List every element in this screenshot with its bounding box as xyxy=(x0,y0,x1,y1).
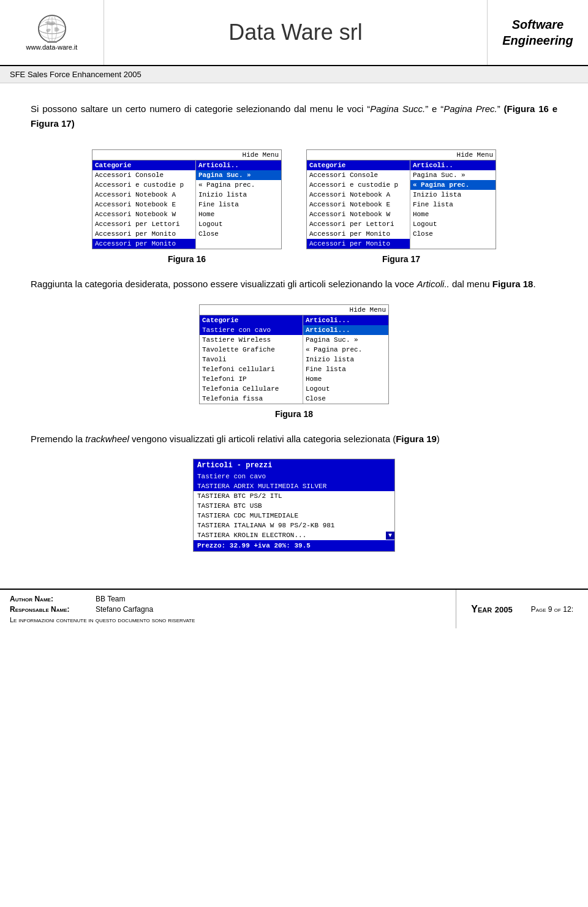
figure-16-block: Hide Menu Categorie Accessori Console Ac… xyxy=(92,149,282,264)
fig18-left-item-3: Tavolette Grafiche xyxy=(200,345,303,355)
fig17-right-item-5: Home xyxy=(410,209,496,219)
fig18-left: Categorie Tastiere con cavo Tastiere Wir… xyxy=(200,315,303,404)
intro-paragraph: Si possono saltare un certo numero di ca… xyxy=(31,102,557,131)
fig16-right-header: Articoli.. xyxy=(196,160,281,170)
fig17-right-item-7: Close xyxy=(410,229,496,239)
fig18-left-header: Categorie xyxy=(200,315,303,325)
footer-responsible-label: Responsable Name: xyxy=(10,605,96,614)
footer-left: Author Name: BB Team Responsable Name: S… xyxy=(0,590,456,628)
fig17-left-item-1: Accessori Console xyxy=(307,170,410,180)
fig17-left-item-4: Accessori Notebook E xyxy=(307,200,410,209)
fig16-right-item-3: Inizio lista xyxy=(196,190,281,200)
fig19-scroll-row: TASTIERA KROLIN ELECTRON... ▼ xyxy=(194,530,394,540)
paragraph-2: Raggiunta la categoria desiderata, posso… xyxy=(31,276,557,292)
fig19-item-2: TASTIERA BTC PS/2 ITL xyxy=(194,491,394,501)
fig16-right-item-7: Close xyxy=(196,229,281,239)
fig17-left-item-2: Accessori e custodie p xyxy=(307,180,410,190)
figure-18-caption: Figura 18 xyxy=(275,409,313,419)
software-engineering-label: SoftwareEngineering xyxy=(487,0,588,65)
fig18-right-item-2: « Pagina prec. xyxy=(303,345,388,355)
figure-17-screenshot: Hide Menu Categorie Accessori Console Ac… xyxy=(306,149,496,249)
fig18-right-item-5: Home xyxy=(303,374,388,384)
fig18-right-item-4: Fine lista xyxy=(303,364,388,374)
fig17-left-item-5: Accessori Notebook W xyxy=(307,209,410,219)
sub-header-text: SFE Sales Force Enhancement 2005 xyxy=(10,70,141,79)
fig18-right: Articoli... Articoli... Pagina Suc. » « … xyxy=(303,315,388,404)
fig18-left-item-8: Telefonia fissa xyxy=(200,394,303,404)
fig17-right-item-3: Inizio lista xyxy=(410,190,496,200)
fig19-item-4: TASTIERA CDC MULTIMEDIALE xyxy=(194,511,394,521)
figure-16-screenshot: Hide Menu Categorie Accessori Console Ac… xyxy=(92,149,282,249)
header-title-section: Data Ware srl xyxy=(104,0,487,65)
fig19-footer: Prezzo: 32.99 +iva 20%: 39.5 xyxy=(194,540,394,551)
footer-author-value: BB Team xyxy=(96,595,125,603)
page-header: www.data-ware.it Data Ware srl SoftwareE… xyxy=(0,0,588,66)
fig17-right-item-1: Pagina Suc. » xyxy=(410,170,496,180)
footer-page: Page 9 of 12: xyxy=(531,605,573,614)
figures-row-16-17: Hide Menu Categorie Accessori Console Ac… xyxy=(31,149,557,264)
figure-16-caption: Figura 16 xyxy=(168,254,206,264)
fig18-left-item-4: Tavoli xyxy=(200,355,303,364)
figure-18-block: Hide Menu Categorie Tastiere con cavo Ta… xyxy=(31,304,557,419)
fig17-right-header: Articoli.. xyxy=(410,160,496,170)
fig17-right-item-6: Logout xyxy=(410,219,496,229)
fig18-right-item-7: Close xyxy=(303,394,388,404)
fig17-hide-menu: Hide Menu xyxy=(307,150,496,160)
footer-right: Year 2005 Page 9 of 12: xyxy=(456,590,588,628)
fig18-right-item-articoli: Articoli... xyxy=(303,325,388,335)
fig17-left: Categorie Accessori Console Accessori e … xyxy=(307,160,410,249)
svg-rect-6 xyxy=(47,41,57,43)
fig19-item-1: TASTIERA ADRIX MULTIMEDIA SILVER xyxy=(194,481,394,491)
fig17-left-item-8: Accessori per Monito xyxy=(307,239,410,249)
paragraph-3: Premendo la trackwheel vengono visualizz… xyxy=(31,431,557,447)
fig18-right-item-6: Logout xyxy=(303,384,388,394)
fig16-right-item-1: Pagina Suc. » xyxy=(196,170,281,180)
fig17-right-item-2: « Pagina prec. xyxy=(410,180,496,190)
fig16-right-item-5: Home xyxy=(196,209,281,219)
fig18-left-item-2: Tastiere Wireless xyxy=(200,335,303,345)
figure-18-screenshot: Hide Menu Categorie Tastiere con cavo Ta… xyxy=(199,304,389,404)
fig17-left-header: Categorie xyxy=(307,160,410,170)
fig18-left-item-1: Tastiere con cavo xyxy=(200,325,303,335)
fig16-body: Categorie Accessori Console Accessori e … xyxy=(92,160,281,249)
fig16-left-item-6: Accessori per Lettori xyxy=(92,219,195,229)
footer-note: Le informazioni contenute in questo docu… xyxy=(10,616,446,623)
logo-section: www.data-ware.it xyxy=(0,0,104,65)
fig16-left-header: Categorie xyxy=(92,160,195,170)
fig18-right-item-3: Inizio lista xyxy=(303,355,388,364)
fig17-right-item-4: Fine lista xyxy=(410,200,496,209)
fig16-right-item-2: « Pagina prec. xyxy=(196,180,281,190)
fig18-left-item-6: Telefoni IP xyxy=(200,374,303,384)
figure-19-block: Articoli - prezzi Tastiere con cavo TAST… xyxy=(31,459,557,552)
fig18-right-item-1: Pagina Suc. » xyxy=(303,335,388,345)
fig19-item-3: TASTIERA BTC USB xyxy=(194,501,394,511)
fig16-left-item-3: Accessori Notebook A xyxy=(92,190,195,200)
fig16-left-item-8: Accessori per Monito xyxy=(92,239,195,249)
footer-year-label: Year xyxy=(471,604,492,614)
fig17-right: Articoli.. Pagina Suc. » « Pagina prec. … xyxy=(410,160,496,249)
main-content: Si possono saltare un certo numero di ca… xyxy=(0,83,588,570)
figure-17-caption: Figura 17 xyxy=(382,254,420,264)
figure-19-screenshot: Articoli - prezzi Tastiere con cavo TAST… xyxy=(193,459,395,552)
fig18-body: Categorie Tastiere con cavo Tastiere Wir… xyxy=(200,315,388,404)
fig19-item-5: TASTIERA ITALIANA W 98 PS/2-KB 981 xyxy=(194,521,394,530)
page-footer: Author Name: BB Team Responsable Name: S… xyxy=(0,589,588,628)
fig19-subtitle: Tastiere con cavo xyxy=(194,472,394,481)
fig16-left-item-4: Accessori Notebook E xyxy=(92,200,195,209)
fig16-left-item-7: Accessori per Monito xyxy=(92,229,195,239)
fig16-right: Articoli.. Pagina Suc. » « Pagina prec. … xyxy=(196,160,281,249)
fig19-item-6: TASTIERA KROLIN ELECTRON... xyxy=(194,530,385,540)
footer-author-row: Author Name: BB Team xyxy=(10,595,446,603)
fig16-left-item-1: Accessori Console xyxy=(92,170,195,180)
fig18-hide-menu: Hide Menu xyxy=(200,305,388,315)
fig17-left-item-6: Accessori per Lettori xyxy=(307,219,410,229)
fig16-right-item-4: Fine lista xyxy=(196,200,281,209)
fig19-title: Articoli - prezzi xyxy=(194,459,394,472)
fig16-left-item-5: Accessori Notebook W xyxy=(92,209,195,219)
figure-17-block: Hide Menu Categorie Accessori Console Ac… xyxy=(306,149,496,264)
footer-responsible-value: Stefano Carfagna xyxy=(96,605,153,614)
fig16-hide-menu: Hide Menu xyxy=(92,150,281,160)
fig19-scroll-arrow: ▼ xyxy=(386,532,394,540)
fig18-left-item-7: Telefonia Cellulare xyxy=(200,384,303,394)
logo-url: www.data-ware.it xyxy=(26,43,78,51)
